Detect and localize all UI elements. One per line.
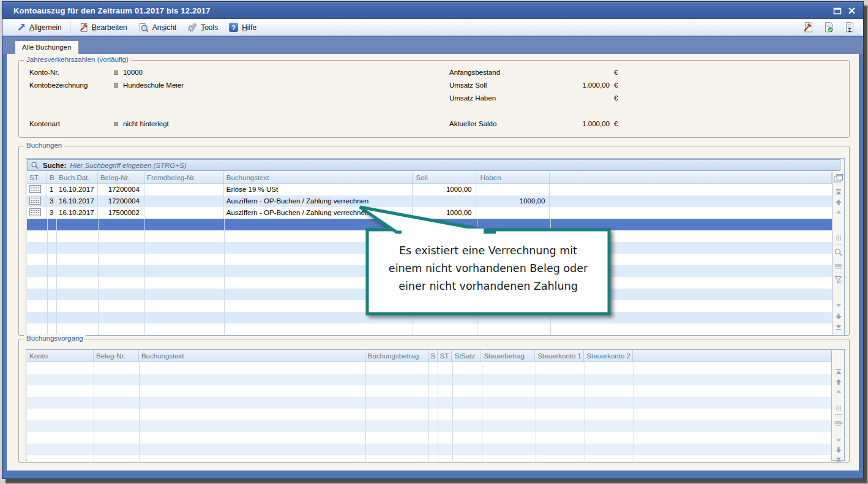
menu-item-hilfe[interactable]: ? Hilfe <box>223 21 262 34</box>
column-header-st[interactable]: ST <box>27 172 47 184</box>
toolbar-right: Σ <box>801 20 856 34</box>
menu-item-bearbeiten[interactable]: Bearbeiten <box>73 21 133 34</box>
record-grid-icon[interactable] <box>27 195 47 207</box>
column-header-st[interactable]: ST <box>438 350 452 362</box>
strip-separator <box>835 244 842 244</box>
arrow-down-light-icon[interactable] <box>834 436 844 445</box>
field-kontenart: Kontenart nicht hinterlegt <box>29 120 458 129</box>
arrow-down-light-icon[interactable] <box>834 301 844 311</box>
currency-symbol: € <box>614 69 618 76</box>
group-buchungsvorgang: Buchungsvorgang Konto Beleg-Nr. Buchungs… <box>18 339 850 463</box>
xml-icon[interactable]: XML <box>834 418 844 428</box>
gears-icon <box>187 23 197 32</box>
field-bullet-icon <box>114 83 118 88</box>
tab-alle-buchungen[interactable]: Alle Buchungen <box>15 40 79 54</box>
close-window-button[interactable] <box>847 6 857 15</box>
field-umsatz-soll: Umsatz Soll 1.000,00 € <box>449 81 841 91</box>
group-bracket-icon[interactable]: (I) <box>834 403 844 412</box>
search-placeholder: Hier Suchbegriff eingeben (STRG+S) <box>70 162 186 169</box>
column-header-haben[interactable]: Haben <box>476 172 550 184</box>
menu-item-tools[interactable]: Tools <box>182 21 223 34</box>
column-header-steuerkonto2[interactable]: Steuerkonto 2 <box>584 350 633 362</box>
record-grid-icon[interactable] <box>27 184 47 195</box>
arrow-down-icon[interactable] <box>834 445 844 455</box>
menu-item-allgemein[interactable]: Allgemein <box>11 21 67 34</box>
cell-fremdbeleg <box>144 207 224 219</box>
menu-item-label: Hilfe <box>242 23 256 32</box>
column-header-stsatz[interactable]: StSatz <box>452 350 481 362</box>
arrow-up-right-icon <box>17 23 26 32</box>
restore-window-button[interactable] <box>832 6 842 15</box>
field-value: 1.000,00 <box>521 81 610 89</box>
filter-icon[interactable] <box>834 275 844 285</box>
field-label: Umsatz Soll <box>449 81 487 89</box>
svg-text:XML: XML <box>834 263 843 268</box>
svg-text:(I): (I) <box>836 235 842 241</box>
column-chooser-icon[interactable] <box>834 173 844 183</box>
column-header-buchungsbetrag[interactable]: Buchungsbetrag <box>365 350 428 362</box>
column-header-steuerkonto1[interactable]: Steuerkonto 1 <box>535 350 584 362</box>
search-label: Suche: <box>43 162 66 169</box>
callout-line: Es existiert eine Verrechnung mit <box>367 242 609 260</box>
field-bullet-icon <box>114 122 118 126</box>
xml-icon[interactable]: XML <box>834 262 844 271</box>
record-grid-icon[interactable] <box>27 207 47 219</box>
cell-datum: 16.10.2017 <box>56 195 98 207</box>
scroll-top-icon[interactable] <box>834 187 844 197</box>
cell-haben <box>476 184 550 195</box>
arrow-up-light-icon[interactable] <box>834 207 844 217</box>
document-check-button[interactable] <box>821 20 835 34</box>
search-icon <box>31 161 39 170</box>
document-hammer-button[interactable] <box>801 20 814 34</box>
menu-item-label: Bearbeiten <box>92 23 127 32</box>
column-header-buchungstext[interactable]: Buchungstext <box>139 350 365 362</box>
scroll-top-icon[interactable] <box>834 367 844 377</box>
strip-separator <box>835 273 842 273</box>
column-header-soll[interactable]: Soll <box>413 172 477 184</box>
field-aktueller-saldo: Aktueller Saldo 1.000,00 € <box>449 120 841 129</box>
arrow-down-icon[interactable] <box>834 312 844 322</box>
empty-rows-area[interactable] <box>27 362 831 461</box>
column-header-belegnr[interactable]: Beleg-Nr. <box>94 350 139 362</box>
field-anfangsbestand: Anfangsbestand € <box>449 69 841 78</box>
field-konto-nr: Konto-Nr. 10000 <box>29 69 458 78</box>
table-row[interactable]: 1 16.10.2017 17200004 Erlöse 19 % USt 10… <box>27 184 832 195</box>
cell-datum: 16.10.2017 <box>56 184 98 195</box>
column-header-buchdat[interactable]: Buch.Dat. <box>56 172 98 184</box>
column-header-steuerbetrag[interactable]: Steuerbetrag <box>481 350 535 362</box>
arrow-up-icon[interactable] <box>834 377 844 387</box>
search-icon[interactable] <box>834 248 844 257</box>
arrow-up-light-icon[interactable] <box>834 387 844 396</box>
callout-line: einem nicht vorhandenen Beleg oder <box>367 260 609 278</box>
group-bracket-icon[interactable]: (I) <box>834 232 844 242</box>
column-header-b[interactable]: B <box>47 172 56 184</box>
currency-symbol: € <box>614 120 618 127</box>
cell-beleg: 17200004 <box>98 184 144 195</box>
buchungsvorgang-panel: Konto Beleg-Nr. Buchungstext Buchungsbet… <box>26 349 845 461</box>
strip-separator <box>835 414 842 415</box>
callout-line: einer nicht vorhandenen Zahlung <box>367 278 609 295</box>
document-check-icon <box>823 21 834 33</box>
column-header-buchungstext[interactable]: Buchungstext <box>224 172 413 184</box>
app-window: Kontoauszug für den Zeitraum 01.2017 bis… <box>2 1 864 479</box>
column-header-spacer <box>550 172 832 184</box>
cell-fremdbeleg <box>144 184 224 195</box>
arrow-up-icon[interactable] <box>834 197 844 207</box>
menu-item-ansicht[interactable]: Ansicht <box>133 21 182 34</box>
scroll-bottom-icon[interactable] <box>834 455 844 464</box>
field-bullet-icon <box>114 70 118 75</box>
document-sum-button[interactable]: Σ <box>842 20 856 34</box>
column-header-s[interactable]: S <box>428 350 438 362</box>
search-input[interactable]: Suche: Hier Suchbegriff eingeben (STRG+S… <box>27 159 840 171</box>
document-hammer-icon <box>802 21 814 33</box>
cell-b: 1 <box>47 184 56 195</box>
column-header-fremdbelegnr[interactable]: Fremdbeleg-Nr. <box>144 172 224 184</box>
column-header-belegnr[interactable]: Beleg-Nr. <box>98 172 144 184</box>
column-header-konto[interactable]: Konto <box>27 350 94 362</box>
document-sum-icon: Σ <box>844 21 855 33</box>
scroll-bottom-icon[interactable] <box>834 322 844 332</box>
field-value: nicht hinterlegt <box>123 120 169 127</box>
cell-buchungstext: Erlöse 19 % USt <box>224 184 413 195</box>
group-title: Jahresverkehrszahlen (vorläufig) <box>24 56 131 63</box>
group-title: Buchungen <box>24 142 64 149</box>
